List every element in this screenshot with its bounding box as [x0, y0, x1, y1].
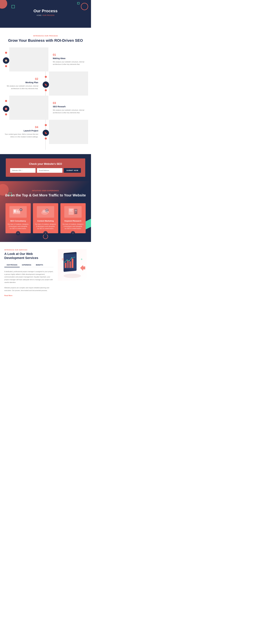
services-section: INTRODUCE OUR SERVICES A Look at Our Web… — [0, 242, 91, 302]
services-right — [58, 249, 87, 296]
feature-card-desc-2: Our team of creatives, designers & devel… — [35, 223, 56, 230]
email-input[interactable] — [37, 168, 62, 173]
features-section: Intuitive User Experience Be on the Top … — [0, 181, 91, 242]
feature-card-img-2 — [37, 206, 54, 218]
hero-deco-square-top — [12, 5, 15, 8]
timeline-icon-4: 🔖 — [42, 130, 49, 136]
svg-rect-1 — [14, 210, 16, 212]
hero-deco-circle-right — [81, 3, 88, 10]
svg-rect-3 — [18, 211, 20, 212]
features-cards: SEO Consultancy Our team of creatives, d… — [3, 203, 88, 233]
process-tag: INTRODUCE OUR PROCESS — [3, 35, 88, 37]
svg-point-27 — [66, 260, 68, 260]
submit-button[interactable]: SUBMIT NOW — [64, 168, 81, 173]
timeline-center-4: 🔖 — [42, 120, 49, 144]
svg-marker-31 — [80, 265, 85, 271]
timeline-center-3: 🎯 — [3, 96, 9, 120]
feature-card-title-1: SEO Consultancy — [8, 220, 28, 222]
svg-point-30 — [64, 274, 81, 278]
svg-rect-14 — [69, 210, 72, 210]
breadcrumb: HOME / OUR PROCESS — [3, 14, 88, 16]
features-title: Be on the Top & Get More Traffic to Your… — [3, 193, 88, 198]
services-tabs: OUR PROCESS EXPERIENCE BENEFITS — [4, 263, 54, 267]
tab-benefits[interactable]: BENEFITS — [34, 263, 45, 267]
feature-card-img-1 — [10, 206, 27, 218]
feature-card-arrow-1[interactable]: › — [16, 231, 20, 236]
svg-point-29 — [71, 257, 72, 258]
feature-card-arrow-3[interactable]: › — [71, 231, 75, 236]
timeline-icon-3: 🎯 — [3, 106, 9, 112]
timeline-center-1: 🏠 — [3, 47, 9, 72]
timeline-item-2: 02 Working Plan We analyse your website'… — [3, 72, 88, 96]
feature-card-img-3 — [64, 206, 82, 218]
services-graphic — [58, 249, 87, 281]
svg-rect-13 — [69, 209, 73, 210]
seo-check-inner: Check your Website's SEO SUBMIT NOW — [6, 158, 85, 177]
timeline: 🏠 01 Making Ideas We analyse your websit… — [3, 47, 88, 150]
timeline-item-1: 🏠 01 Making Ideas We analyse your websit… — [3, 47, 88, 72]
feat-deco-square — [9, 193, 12, 196]
tab-experience[interactable]: EXPERIENCE — [20, 263, 34, 267]
process-title: Grow Your Business with ROI-Driven SEO — [3, 38, 88, 43]
hero-deco-circle-left — [0, 0, 7, 9]
timeline-dot-top-3 — [5, 100, 7, 102]
seo-form: SUBMIT NOW — [10, 168, 81, 173]
timeline-item-3: 🎯 03 SEO Researh We analyse your website… — [3, 96, 88, 120]
timeline-dot-bottom-4 — [45, 138, 47, 140]
breadcrumb-current: OUR PROCESS — [42, 14, 54, 16]
svg-point-26 — [64, 262, 65, 262]
services-title: A Look at Our Web Development Services — [4, 252, 54, 260]
feature-card-arrow-2[interactable]: › — [43, 231, 48, 236]
timeline-content-2: 02 Working Plan We analyse your website'… — [3, 72, 42, 96]
timeline-empty-2 — [49, 72, 88, 96]
hero-deco-square-right — [77, 2, 80, 4]
svg-rect-17 — [75, 210, 77, 211]
timeline-icon-2: 🔖 — [42, 82, 49, 88]
hero-title: Our Process — [3, 9, 88, 13]
breadcrumb-home[interactable]: HOME — [36, 14, 41, 16]
timeline-icon-1: 🏠 — [3, 57, 9, 64]
timeline-center-2: 🔖 — [42, 72, 49, 96]
svg-rect-25 — [72, 258, 74, 268]
read-more-link[interactable]: Read More — [4, 295, 54, 296]
process-section: INTRODUCE OUR PROCESS Grow Your Business… — [0, 28, 91, 154]
step-title-3: SEO Researh — [53, 106, 87, 108]
feature-card-title-3: Keyword Research — [62, 220, 84, 222]
feature-card-1: SEO Consultancy Our team of creatives, d… — [6, 203, 31, 233]
svg-rect-18 — [75, 211, 77, 212]
timeline-dot-bottom-2 — [45, 89, 47, 91]
svg-rect-22 — [65, 263, 66, 268]
svg-rect-23 — [67, 261, 69, 268]
timeline-content-4: 04 Launch Project Your content goes here… — [3, 120, 42, 144]
timeline-dot-top-1 — [5, 52, 7, 54]
timeline-empty-4 — [49, 120, 88, 144]
timeline-dot-top-4 — [45, 124, 47, 126]
timeline-content-1: 01 Making Ideas We analyse your website'… — [48, 47, 88, 72]
website-url-input[interactable] — [10, 168, 36, 173]
step-number-4: 04 — [4, 126, 38, 129]
feature-card-desc-3: Our team of creatives, designers & devel… — [62, 223, 84, 230]
tab-our-process[interactable]: OUR PROCESS — [4, 263, 20, 267]
features-tag: Intuitive User Experience — [3, 190, 88, 192]
step-title-1: Making Ideas — [53, 57, 87, 60]
feature-card-desc-1: Our team of creatives, designers & devel… — [8, 223, 28, 230]
timeline-dot-bottom-1 — [5, 65, 7, 67]
svg-rect-12 — [68, 208, 74, 215]
timeline-empty-1 — [9, 47, 48, 72]
feature-card-3: Keyword Research Our team of creatives, … — [60, 203, 86, 233]
step-number-2: 02 — [4, 77, 38, 80]
svg-rect-15 — [69, 211, 73, 212]
svg-point-28 — [69, 260, 70, 261]
svg-rect-24 — [69, 262, 71, 268]
feature-card-title-2: Content Marketing — [35, 220, 56, 222]
svg-rect-2 — [16, 210, 18, 212]
hero-section: Our Process HOME / OUR PROCESS — [0, 0, 91, 28]
step-desc-4: Your content goes here. Edit or remove t… — [4, 133, 38, 138]
timeline-content-3: 03 SEO Researh We analyse your website's… — [48, 96, 88, 120]
step-title-2: Working Plan — [4, 81, 38, 84]
tab-content: A dedicated, professional project manage… — [4, 270, 54, 292]
timeline-item-4: 04 Launch Project Your content goes here… — [3, 120, 88, 144]
timeline-dot-bottom-3 — [5, 114, 7, 116]
services-left: INTRODUCE OUR SERVICES A Look at Our Web… — [4, 249, 54, 296]
svg-point-33 — [81, 258, 82, 260]
